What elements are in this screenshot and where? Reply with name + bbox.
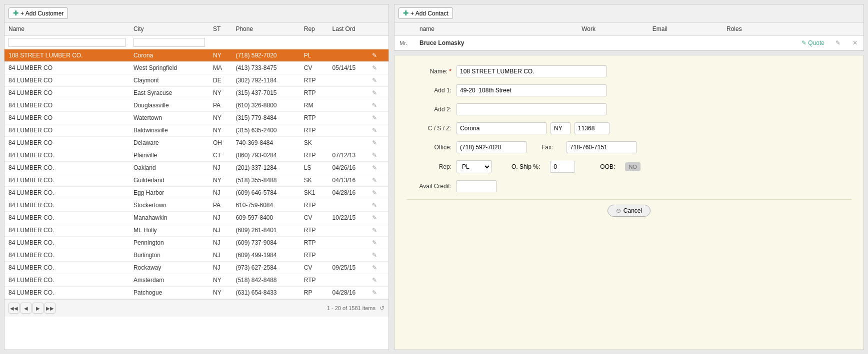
- row-edit-icon[interactable]: ✎: [372, 164, 377, 171]
- table-row[interactable]: 84 LUMBER CO.GuilderlandNY(518) 355-8488…: [4, 174, 388, 187]
- contact-email: [648, 36, 722, 50]
- contact-row: Mr. Bruce Lomasky ✎ Quote ✎: [394, 36, 864, 50]
- rep-group: PL O. Ship %: OOB: NO: [456, 160, 640, 173]
- table-row[interactable]: 84 LUMBER CO.PenningtonNJ(609) 737-9084R…: [4, 237, 388, 249]
- form-row-name: Name: *: [406, 65, 852, 77]
- table-row[interactable]: 84 LUMBER CO.AmsterdamNY(518) 842-8488RT…: [4, 274, 388, 287]
- fax-input[interactable]: [566, 141, 636, 153]
- row-edit-icon[interactable]: ✎: [372, 214, 377, 221]
- row-edit-icon[interactable]: ✎: [372, 89, 377, 96]
- contacts-section: ✚ + Add Contact name Work Email Roles: [394, 4, 864, 51]
- table-row[interactable]: 84 LUMBER CO.StockertownPA610-759-6084RT…: [4, 199, 388, 212]
- oship-input[interactable]: [550, 161, 575, 173]
- contacts-toolbar: ✚ + Add Contact: [394, 4, 864, 22]
- refresh-icon[interactable]: ↺: [380, 305, 384, 312]
- form-row-add2: Add 2:: [406, 103, 852, 115]
- add2-input[interactable]: [456, 103, 606, 115]
- table-row[interactable]: 84 LUMBER COBaldwinsvilleNY(315) 635-240…: [4, 124, 388, 137]
- row-edit-icon[interactable]: ✎: [372, 202, 377, 209]
- table-row[interactable]: 84 LUMBER COWatertownNY(315) 779-8484RTP…: [4, 112, 388, 124]
- office-input[interactable]: [456, 141, 526, 153]
- csz-group: [456, 122, 610, 134]
- customer-table: Name City ST Phone Rep Last Ord 108 STRE…: [4, 22, 388, 299]
- col-contact-roles: Roles: [722, 22, 796, 36]
- row-edit-icon[interactable]: ✎: [372, 152, 377, 159]
- table-row[interactable]: 84 LUMBER COClaymontDE(302) 792-1184RTP✎: [4, 74, 388, 87]
- credit-input[interactable]: [456, 180, 496, 192]
- oob-toggle[interactable]: NO: [625, 162, 640, 171]
- table-footer: ◀◀ ◀ ▶ ▶▶ 1 - 20 of 1581 items ↺: [4, 299, 388, 317]
- add-contact-button[interactable]: ✚ + Add Contact: [398, 7, 453, 19]
- form-row-office: Office: Fax:: [406, 141, 852, 153]
- add-customer-button[interactable]: ✚ + Add Customer: [8, 7, 68, 19]
- add1-input[interactable]: [456, 84, 606, 96]
- name-input[interactable]: [456, 65, 606, 77]
- row-edit-icon[interactable]: ✎: [372, 177, 377, 184]
- col-contact-work: Work: [576, 22, 648, 36]
- quote-icon: ✎: [802, 39, 806, 46]
- cancel-button[interactable]: ⊖ Cancel: [608, 205, 650, 217]
- table-row[interactable]: 84 LUMBER CO.Mt. HollyNJ(609) 261-8401RT…: [4, 224, 388, 237]
- customer-table-container: Name City ST Phone Rep Last Ord 108 STRE…: [4, 22, 388, 299]
- table-row[interactable]: 84 LUMBER CODelawareOH740-369-8484SK✎: [4, 137, 388, 149]
- required-indicator: *: [449, 68, 452, 75]
- contact-edit-icon[interactable]: ✎: [834, 38, 842, 47]
- col-header-name: Name: [4, 22, 130, 36]
- col-contact-name: name: [414, 22, 576, 36]
- state-input[interactable]: [550, 122, 570, 134]
- row-edit-icon[interactable]: ✎: [372, 289, 377, 296]
- table-row[interactable]: 84 LUMBER COEast SyracuseNY(315) 437-701…: [4, 87, 388, 99]
- contact-title: Mr.: [394, 36, 414, 50]
- cancel-icon: ⊖: [616, 207, 621, 214]
- rep-select[interactable]: PL: [456, 160, 492, 173]
- city-input[interactable]: [456, 122, 546, 134]
- col-header-rep: Rep: [300, 22, 328, 36]
- col-header-action: [368, 22, 388, 36]
- filter-city-input[interactable]: [134, 38, 205, 47]
- col-contact-email: Email: [648, 22, 722, 36]
- nav-first-button[interactable]: ◀◀: [8, 303, 20, 314]
- nav-next-button[interactable]: ▶: [32, 303, 44, 314]
- zip-input[interactable]: [574, 122, 610, 134]
- col-contact-title: [394, 22, 414, 36]
- contact-name: Bruce Lomasky: [414, 36, 576, 50]
- row-edit-icon[interactable]: ✎: [372, 114, 377, 121]
- form-row-csz: C / S / Z:: [406, 122, 852, 134]
- plus-icon: ✚: [13, 9, 18, 17]
- row-edit-icon[interactable]: ✎: [372, 64, 377, 71]
- table-row[interactable]: 84 LUMBER CODouglassvillePA(610) 326-880…: [4, 99, 388, 112]
- page-info: 1 - 20 of 1581 items: [327, 305, 376, 311]
- customer-table-body: 108 STREET LUMBER CO.CoronaNY(718) 592-7…: [4, 49, 388, 299]
- row-edit-icon[interactable]: ✎: [372, 189, 377, 196]
- pagination-nav: ◀◀ ◀ ▶ ▶▶: [8, 303, 56, 314]
- table-row[interactable]: 84 LUMBER COWest SpringfieldMA(413) 733-…: [4, 62, 388, 74]
- table-row[interactable]: 84 LUMBER CO.RockawayNJ(973) 627-2584CV0…: [4, 262, 388, 274]
- row-edit-icon[interactable]: ✎: [372, 239, 377, 246]
- oob-value: NO: [626, 163, 640, 171]
- col-header-lastord: Last Ord: [328, 22, 368, 36]
- table-row[interactable]: 84 LUMBER CO.PatchogueNY(631) 654-8433RP…: [4, 287, 388, 299]
- row-edit-icon[interactable]: ✎: [372, 252, 377, 259]
- table-row[interactable]: 84 LUMBER CO.OaklandNJ(201) 337-1284LS04…: [4, 162, 388, 174]
- row-edit-icon[interactable]: ✎: [372, 102, 377, 109]
- row-edit-icon[interactable]: ✎: [372, 277, 377, 284]
- row-edit-icon[interactable]: ✎: [372, 139, 377, 146]
- contact-delete-icon[interactable]: ✕: [852, 38, 858, 47]
- contact-plus-icon: ✚: [403, 9, 408, 17]
- form-footer: ⊖ Cancel: [406, 199, 852, 217]
- nav-prev-button[interactable]: ◀: [20, 303, 32, 314]
- row-edit-icon[interactable]: ✎: [372, 227, 377, 234]
- table-row[interactable]: 84 LUMBER CO.ManahawkinNJ609-597-8400CV1…: [4, 212, 388, 224]
- table-row[interactable]: 84 LUMBER CO.BurlingtonNJ(609) 499-1984R…: [4, 249, 388, 262]
- contact-quote-button[interactable]: ✎ Quote: [802, 39, 824, 46]
- table-row[interactable]: 84 LUMBER CO.Egg HarborNJ(609) 646-5784S…: [4, 187, 388, 199]
- nav-last-button[interactable]: ▶▶: [44, 303, 56, 314]
- contact-roles: [722, 36, 796, 50]
- table-row[interactable]: 84 LUMBER CO.PlainvilleCT(860) 793-0284R…: [4, 149, 388, 162]
- row-edit-icon[interactable]: ✎: [372, 264, 377, 271]
- table-row[interactable]: 108 STREET LUMBER CO.CoronaNY(718) 592-7…: [4, 49, 388, 62]
- row-edit-icon[interactable]: ✎: [372, 127, 377, 134]
- row-edit-icon[interactable]: ✎: [372, 52, 377, 59]
- row-edit-icon[interactable]: ✎: [372, 77, 377, 84]
- filter-name-input[interactable]: [8, 38, 126, 47]
